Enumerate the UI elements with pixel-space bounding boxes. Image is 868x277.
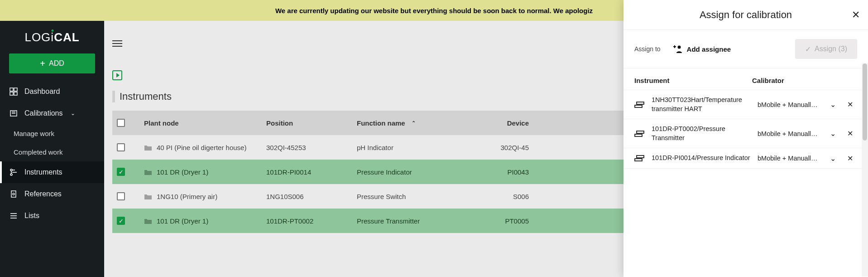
svg-rect-28: [637, 156, 644, 158]
add-assignee-button[interactable]: Add assignee: [672, 45, 731, 53]
row-function-name: Pressure Indicator: [352, 168, 443, 176]
nav-dashboard-label: Dashboard: [24, 87, 60, 96]
nav-instruments[interactable]: Instruments: [0, 161, 104, 183]
panel-scrollbar[interactable]: [862, 63, 868, 277]
logo-pre: LOG: [24, 30, 51, 44]
folder-icon: [144, 193, 152, 200]
header-function-name[interactable]: Function name ⌃: [352, 119, 443, 127]
instrument-name: 101DR-PI0014/Pressure Indicator: [652, 154, 755, 163]
plant-node-text: 40 PI (Pine oil digerter house): [157, 144, 246, 151]
logo: LOGiCAL: [0, 21, 104, 53]
logo-post: CAL: [54, 30, 79, 44]
calibrator-value: bMobile + Manuall…: [758, 130, 823, 137]
calibrations-icon: [9, 109, 18, 118]
row-function-name: pH Indicator: [352, 144, 443, 151]
nav-calibrations-label: Calibrations: [24, 109, 62, 117]
remove-item-button[interactable]: ✕: [843, 154, 857, 163]
select-all-checkbox[interactable]: [117, 119, 125, 127]
instrument-name: 1NH30TT023Hart/Temperature transmitter H…: [652, 96, 755, 113]
assign-button-label: Assign (3): [815, 45, 847, 53]
lists-icon: [9, 211, 18, 220]
svg-rect-2: [10, 92, 13, 95]
expand-tree-button[interactable]: [112, 70, 122, 80]
row-checkbox-cell: [112, 143, 139, 151]
row-function-name: Pressure Switch: [352, 193, 443, 200]
remove-item-button[interactable]: ✕: [843, 100, 857, 109]
row-checkbox-cell: [112, 168, 139, 176]
svg-point-7: [10, 169, 12, 171]
svg-rect-24: [637, 102, 644, 104]
folder-icon: [144, 169, 152, 175]
nav-dashboard[interactable]: Dashboard: [0, 81, 104, 102]
panel-assign-row: Assign to Add assignee ✓ Assign (3): [623, 30, 868, 68]
add-button[interactable]: + ADD: [9, 53, 95, 73]
nav-lists-label: Lists: [24, 212, 39, 220]
assign-button[interactable]: ✓ Assign (3): [795, 39, 857, 59]
svg-point-22: [677, 46, 681, 49]
instrument-icon: [634, 130, 649, 138]
instrument-icon: [634, 154, 649, 162]
row-checkbox-cell: [112, 217, 139, 225]
svg-point-8: [10, 174, 12, 175]
instruments-icon: [9, 168, 18, 177]
nav-completed-work[interactable]: Completed work: [0, 143, 104, 161]
row-device: 302QI-45: [443, 144, 533, 151]
row-checkbox[interactable]: [117, 217, 125, 225]
svg-rect-3: [14, 92, 17, 95]
header-device[interactable]: Device: [443, 119, 533, 127]
row-plant-node: 101 DR (Dryer 1): [139, 217, 262, 225]
plus-icon: +: [40, 59, 45, 68]
svg-rect-1: [14, 88, 17, 91]
row-checkbox[interactable]: [117, 168, 125, 176]
row-checkbox[interactable]: [117, 192, 125, 200]
folder-icon: [144, 144, 152, 151]
panel-item: 1NH30TT023Hart/Temperature transmitter H…: [623, 90, 868, 119]
header-plant-node[interactable]: Plant node: [139, 119, 262, 127]
nav-lists[interactable]: Lists: [0, 205, 104, 227]
folder-icon: [144, 218, 152, 224]
assign-to-label: Assign to: [634, 45, 661, 53]
header-function-name-label: Function name: [357, 119, 405, 127]
nav-manage-work[interactable]: Manage work: [0, 124, 104, 143]
row-device: PT0005: [443, 217, 533, 225]
logo-mid: i: [51, 30, 54, 44]
row-position: 101DR-PI0014: [262, 168, 352, 176]
chevron-down-icon: ⌄: [71, 110, 75, 117]
remove-item-button[interactable]: ✕: [843, 129, 857, 138]
nav-instruments-label: Instruments: [24, 168, 62, 176]
row-checkbox[interactable]: [117, 143, 125, 151]
svg-rect-0: [10, 88, 13, 91]
nav-completed-work-label: Completed work: [14, 148, 62, 156]
sort-asc-icon: ⌃: [412, 120, 416, 126]
svg-rect-23: [635, 105, 642, 107]
row-position: 101DR-PT0002: [262, 217, 352, 225]
nav-calibrations[interactable]: Calibrations ⌄: [0, 102, 104, 124]
calibrator-dropdown[interactable]: ⌄: [825, 154, 840, 163]
plant-node-text: 1NG10 (Primery air): [157, 193, 217, 200]
header-device-label: Device: [507, 119, 529, 127]
dashboard-icon: [9, 87, 18, 96]
references-icon: [9, 190, 18, 199]
close-icon[interactable]: ✕: [852, 9, 860, 21]
nav-references[interactable]: References: [0, 183, 104, 205]
instrument-name: 101DR-PT0002/Pressure Transmitter: [652, 125, 755, 142]
row-device: PI0043: [443, 168, 533, 176]
panel-items: 1NH30TT023Hart/Temperature transmitter H…: [623, 90, 868, 169]
sidebar: LOGiCAL + ADD Dashboard Calibrations ⌄ M…: [0, 21, 104, 277]
menu-toggle[interactable]: [112, 39, 122, 49]
row-position: 1NG10S006: [262, 193, 352, 200]
header-position[interactable]: Position: [262, 119, 352, 127]
calibrator-dropdown[interactable]: ⌄: [825, 100, 840, 109]
header-checkbox-cell: [112, 119, 139, 127]
header-position-label: Position: [266, 119, 293, 127]
panel-title: Assign for calibration: [700, 9, 792, 21]
nav-references-label: References: [24, 190, 62, 198]
svg-rect-27: [635, 159, 642, 161]
calibrator-dropdown[interactable]: ⌄: [825, 129, 840, 138]
panel-col-instrument: Instrument: [634, 77, 752, 84]
row-position: 302QI-45253: [262, 144, 352, 151]
assign-panel: Assign for calibration ✕ Assign to Add a…: [623, 0, 868, 277]
svg-rect-26: [637, 131, 644, 133]
panel-item: 101DR-PT0002/Pressure Transmitter bMobil…: [623, 119, 868, 148]
nav: Dashboard Calibrations ⌄ Manage work Com…: [0, 81, 104, 227]
